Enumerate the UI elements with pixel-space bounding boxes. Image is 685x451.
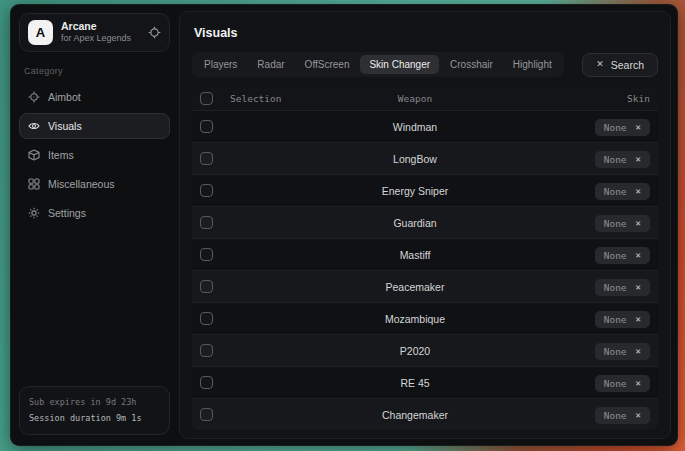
- weapon-name: Peacemaker: [300, 281, 530, 293]
- table-header-row: Selection Weapon Skin: [192, 87, 658, 110]
- tab-radar[interactable]: Radar: [248, 55, 293, 74]
- brand-text: Arcane for Apex Legends: [61, 20, 140, 44]
- weapon-name: Windman: [300, 121, 530, 133]
- row-checkbox[interactable]: [200, 312, 213, 325]
- clear-skin-icon[interactable]: ✕: [636, 123, 641, 132]
- table-body: Windman None ✕ LongBow None ✕ Energy Sni…: [192, 110, 658, 430]
- row-checkbox[interactable]: [200, 248, 213, 261]
- sub-expiry-text: Sub expires in 9d 23h: [29, 395, 160, 410]
- tab-highlight[interactable]: Highlight: [504, 55, 561, 74]
- weapon-name: Mozambique: [300, 313, 530, 325]
- skin-value: None: [604, 314, 627, 325]
- weapon-name: LongBow: [300, 153, 530, 165]
- skin-value: None: [604, 250, 627, 261]
- weapon-name: Energy Sniper: [300, 185, 530, 197]
- skin-value: None: [604, 410, 627, 421]
- table-row: Mozambique None ✕: [192, 302, 658, 334]
- row-checkbox[interactable]: [200, 120, 213, 133]
- clear-skin-icon[interactable]: ✕: [636, 315, 641, 324]
- sidebar: A Arcane for Apex Legends Category Aimbo…: [11, 5, 177, 445]
- row-checkbox[interactable]: [200, 184, 213, 197]
- sidebar-item-label: Aimbot: [48, 91, 81, 103]
- table-row: Guardian None ✕: [192, 206, 658, 238]
- skin-select[interactable]: None ✕: [595, 215, 650, 232]
- row-checkbox[interactable]: [200, 408, 213, 421]
- skin-select[interactable]: None ✕: [595, 311, 650, 328]
- category-label: Category: [24, 66, 170, 76]
- row-checkbox[interactable]: [200, 280, 213, 293]
- session-duration-text: Session duration 9m 1s: [29, 411, 160, 426]
- weapon-name: Mastiff: [300, 249, 530, 261]
- sidebar-item-visuals[interactable]: Visuals: [19, 113, 170, 139]
- skin-value: None: [604, 186, 627, 197]
- table-row: RE 45 None ✕: [192, 366, 658, 398]
- clear-skin-icon[interactable]: ✕: [636, 155, 641, 164]
- header-skin: Skin: [530, 93, 650, 104]
- skin-table: Selection Weapon Skin Windman None ✕ Lon…: [192, 87, 658, 430]
- header-selection: Selection: [230, 93, 300, 104]
- weapon-name: Changemaker: [300, 409, 530, 421]
- brand-title: Arcane: [61, 20, 140, 33]
- clear-skin-icon[interactable]: ✕: [636, 219, 641, 228]
- clear-skin-icon[interactable]: ✕: [636, 251, 641, 260]
- sidebar-nav: Aimbot Visuals Items Miscellaneous Setti…: [19, 84, 170, 226]
- skin-value: None: [604, 346, 627, 357]
- skin-select[interactable]: None ✕: [595, 119, 650, 136]
- subscription-panel: Sub expires in 9d 23h Session duration 9…: [19, 386, 170, 435]
- row-checkbox[interactable]: [200, 216, 213, 229]
- clear-skin-icon[interactable]: ✕: [636, 411, 641, 420]
- skin-select[interactable]: None ✕: [595, 375, 650, 392]
- table-row: Mastiff None ✕: [192, 238, 658, 270]
- table-row: Windman None ✕: [192, 110, 658, 142]
- search-button[interactable]: ✕ Search: [582, 53, 658, 77]
- skin-select[interactable]: None ✕: [595, 343, 650, 360]
- tab-skin-changer[interactable]: Skin Changer: [360, 55, 439, 74]
- main-panel: Visuals Players Radar OffScreen Skin Cha…: [179, 11, 671, 439]
- skin-select[interactable]: None ✕: [595, 407, 650, 424]
- eye-icon: [28, 120, 40, 132]
- page-title: Visuals: [194, 26, 658, 40]
- clear-skin-icon[interactable]: ✕: [636, 187, 641, 196]
- sidebar-item-items[interactable]: Items: [19, 142, 170, 168]
- sidebar-item-aimbot[interactable]: Aimbot: [19, 84, 170, 110]
- search-button-label: Search: [611, 59, 644, 71]
- sidebar-item-label: Visuals: [48, 120, 82, 132]
- table-row: Changemaker None ✕: [192, 398, 658, 430]
- tab-players[interactable]: Players: [195, 55, 246, 74]
- tab-crosshair[interactable]: Crosshair: [441, 55, 502, 74]
- sidebar-item-miscellaneous[interactable]: Miscellaneous: [19, 171, 170, 197]
- table-row: Energy Sniper None ✕: [192, 174, 658, 206]
- table-row: Peacemaker None ✕: [192, 270, 658, 302]
- skin-value: None: [604, 218, 627, 229]
- target-icon[interactable]: [148, 26, 161, 39]
- skin-select[interactable]: None ✕: [595, 247, 650, 264]
- skin-select[interactable]: None ✕: [595, 151, 650, 168]
- app-window: A Arcane for Apex Legends Category Aimbo…: [10, 4, 678, 446]
- row-checkbox[interactable]: [200, 344, 213, 357]
- table-row: LongBow None ✕: [192, 142, 658, 174]
- tab-bar: Players Radar OffScreen Skin Changer Cro…: [192, 52, 564, 77]
- gear-icon: [28, 207, 40, 219]
- tab-offscreen[interactable]: OffScreen: [296, 55, 359, 74]
- skin-select[interactable]: None ✕: [595, 279, 650, 296]
- toolbar: Players Radar OffScreen Skin Changer Cro…: [192, 52, 658, 77]
- header-weapon: Weapon: [300, 93, 530, 104]
- sidebar-item-label: Miscellaneous: [48, 178, 115, 190]
- clear-skin-icon[interactable]: ✕: [636, 379, 641, 388]
- sidebar-item-settings[interactable]: Settings: [19, 200, 170, 226]
- brand-subtitle: for Apex Legends: [61, 33, 140, 44]
- skin-select[interactable]: None ✕: [595, 183, 650, 200]
- sidebar-item-label: Settings: [48, 207, 86, 219]
- brand-card: A Arcane for Apex Legends: [19, 13, 170, 52]
- skin-value: None: [604, 122, 627, 133]
- clear-skin-icon[interactable]: ✕: [636, 283, 641, 292]
- weapon-name: RE 45: [300, 377, 530, 389]
- clear-skin-icon[interactable]: ✕: [636, 347, 641, 356]
- search-x-icon: ✕: [596, 60, 604, 69]
- select-all-checkbox[interactable]: [200, 92, 213, 105]
- row-checkbox[interactable]: [200, 152, 213, 165]
- skin-value: None: [604, 378, 627, 389]
- skin-value: None: [604, 282, 627, 293]
- box-icon: [28, 149, 40, 161]
- row-checkbox[interactable]: [200, 376, 213, 389]
